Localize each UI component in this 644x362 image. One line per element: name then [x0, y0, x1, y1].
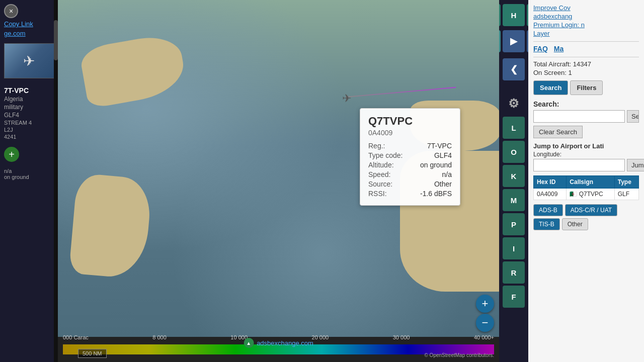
aircraft-info: 7T-VPC Algeria military GLF4 STREAM 4 L2… — [0, 82, 58, 145]
toolbar-l-button[interactable]: L — [503, 117, 525, 139]
results-table: Hex ID Callsign Type 0A4009 🇩🇿 Q7TVPC GL… — [533, 175, 639, 200]
left-panel: × Copy Link ge.com ✈ 7T-VPC Algeria mili… — [0, 0, 58, 362]
popup-type-label: Type code: — [368, 151, 403, 159]
left-bottom: n/a on ground — [0, 164, 58, 184]
map-area[interactable]: ✈ Q7TVPC 0A4009 Reg.: 7T-VPC Type code: … — [58, 0, 499, 362]
aircraft-map-icon[interactable]: ✈ — [342, 92, 351, 105]
popup-callsign: Q7TVPC — [368, 115, 452, 128]
popup-type-row: Type code: GLF4 — [368, 151, 452, 159]
popup-speed-row: Speed: n/a — [368, 170, 452, 178]
cell-type: GLF — [614, 189, 638, 200]
total-aircraft-value: 14347 — [573, 60, 591, 68]
nav-left-button[interactable]: ❮ — [503, 58, 525, 80]
faq-link[interactable]: FAQ — [533, 45, 548, 53]
jump-input[interactable] — [533, 159, 625, 171]
aircraft-military: military — [4, 104, 54, 111]
aircraft-stream: STREAM 4 — [4, 120, 54, 126]
popup-rssi-label: RSSI: — [368, 190, 387, 198]
adsb-logo: ▲ — [244, 338, 254, 348]
left-links: Copy Link ge.com — [0, 15, 58, 39]
toolbar-k-button[interactable]: K — [503, 165, 525, 187]
popup-reg-row: Reg.: 7T-VPC — [368, 142, 452, 150]
toolbar-f-button[interactable]: F — [503, 286, 525, 308]
popup-rssi-row: RSSI: -1.6 dBFS — [368, 190, 452, 198]
toolbar-r-button[interactable]: R — [503, 261, 525, 284]
adsb-text: adsbexchange.com — [257, 339, 313, 347]
close-icon: × — [9, 7, 13, 15]
search-filters-btns: Search Filters — [533, 80, 639, 95]
zoom-in-button[interactable]: + — [476, 295, 494, 313]
map-link[interactable]: Ma — [554, 45, 564, 53]
left-ground: on ground — [4, 174, 54, 180]
zoom-out-button[interactable]: − — [476, 314, 494, 332]
adsb-link[interactable]: adsbexchang — [533, 13, 639, 20]
popup-reg-label: Reg.: — [368, 142, 385, 150]
scale-box: 500 NM — [78, 349, 107, 358]
premium-link[interactable]: Premium Login: n — [533, 21, 639, 29]
toolbar-m-button[interactable]: M — [503, 189, 525, 211]
toolbar-p-button[interactable]: P — [503, 213, 525, 235]
left-na: n/a — [4, 168, 54, 174]
search-action-button[interactable]: Sear — [627, 110, 639, 123]
search-input[interactable] — [533, 110, 625, 123]
improve-cov-link[interactable]: Improve Cov — [533, 4, 639, 12]
popup-source-label: Source: — [368, 180, 392, 188]
longitude-label: Longitude: — [533, 151, 639, 158]
filters-tab-button[interactable]: Filters — [570, 80, 603, 95]
cell-flag-callsign: 🇩🇿 Q7TVPC — [567, 189, 614, 200]
aircraft-hex: 4241 — [4, 134, 54, 140]
toolbar-h-button[interactable]: H — [503, 4, 525, 26]
filter-tis-b-button[interactable]: TIS-B — [533, 218, 560, 230]
clear-search-button[interactable]: Clear Search — [533, 126, 583, 138]
gear-button[interactable]: ⚙ — [503, 93, 525, 115]
popup-source-row: Source: Other — [368, 180, 452, 188]
filter-ads-c-r---uat-button[interactable]: ADS-C/R / UAT — [565, 204, 617, 216]
copy-link[interactable]: Copy Link — [4, 20, 54, 28]
total-aircraft-stat: Total Aircraft: 14347 — [533, 60, 639, 68]
col-hexid[interactable]: Hex ID — [534, 176, 567, 189]
scrollbar-thumb — [54, 20, 58, 60]
osm-text: © OpenStreetMap contributors. — [424, 352, 494, 358]
search-row: Sear — [533, 110, 639, 123]
col-callsign[interactable]: Callsign — [567, 176, 614, 189]
filter-buttons: ADS-BADS-C/R / UATTIS-BOther — [533, 204, 639, 230]
results-table-header: Hex ID Callsign Type — [534, 176, 639, 189]
cell-hexid: 0A4009 — [534, 189, 567, 200]
right-stats: Total Aircraft: 14347 On Screen: 1 — [533, 60, 639, 76]
popup-source-value: Other — [434, 180, 452, 188]
popup-alt-label: Altitude: — [368, 161, 394, 169]
popup-rssi-value: -1.6 dBFS — [420, 190, 452, 198]
layer-link[interactable]: Layer — [533, 30, 639, 37]
on-screen-value: 1 — [568, 69, 572, 76]
aircraft-type: GLF4 — [4, 112, 54, 119]
alt-label-5: 40 000+ — [474, 334, 494, 340]
website-link[interactable]: ge.com — [4, 30, 54, 37]
table-row[interactable]: 0A4009 🇩🇿 Q7TVPC GLF — [534, 189, 639, 200]
arrow-right-button[interactable]: ▶ — [503, 30, 525, 52]
toolbar-o-button[interactable]: O — [503, 141, 525, 163]
alt-label-0: 000 Carac — [63, 334, 89, 340]
osm-credit: © OpenStreetMap contributors. — [424, 352, 494, 358]
zoom-controls: + − — [476, 295, 494, 332]
right-header-links: Improve Cov adsbexchang Premium Login: n… — [533, 4, 639, 37]
divider-1 — [533, 41, 639, 42]
toolbar-i-button[interactable]: I — [503, 237, 525, 259]
filter-other-button[interactable]: Other — [562, 218, 588, 230]
jump-action-button[interactable]: Jum — [627, 159, 644, 171]
scrollbar-track[interactable] — [54, 0, 58, 362]
search-tab-button[interactable]: Search — [533, 80, 568, 95]
search-label: Search: — [533, 100, 639, 108]
add-button[interactable]: + — [4, 147, 19, 162]
aircraft-image: ✈ — [23, 53, 35, 69]
alt-label-3: 20 000 — [312, 334, 329, 340]
aircraft-l2j: L2J — [4, 127, 54, 133]
popup-hexid: 0A4009 — [368, 129, 452, 137]
close-button[interactable]: × — [4, 4, 18, 18]
filter-ads-b-button[interactable]: ADS-B — [533, 204, 563, 216]
col-type[interactable]: Type — [614, 176, 638, 189]
popup-type-value: GLF4 — [434, 151, 452, 159]
right-nav: FAQ Ma — [533, 45, 639, 53]
jump-label: Jump to Airport or Lati — [533, 142, 639, 150]
divider-2 — [533, 57, 639, 57]
results-table-body: 0A4009 🇩🇿 Q7TVPC GLF — [534, 189, 639, 200]
